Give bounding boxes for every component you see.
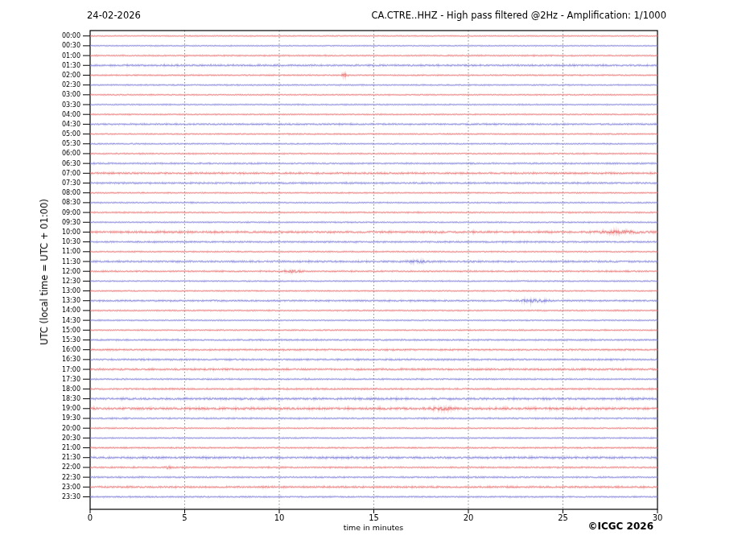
x-axis-label: time in minutes <box>344 523 404 532</box>
row-time-label: 00:30 <box>62 42 80 49</box>
x-tick-label: 20 <box>464 513 474 522</box>
row-time-label: 20:00 <box>62 425 80 432</box>
row-time-label: 06:00 <box>62 150 80 157</box>
row-time-label: 23:30 <box>62 493 80 500</box>
row-time-label: 19:00 <box>62 405 80 412</box>
row-time-label: 16:30 <box>62 356 80 363</box>
row-time-label: 05:00 <box>62 130 80 138</box>
row-time-label: 06:30 <box>62 160 80 167</box>
row-time-label: 23:00 <box>62 484 80 491</box>
row-time-label: 19:30 <box>62 414 80 422</box>
row-time-label: 15:30 <box>62 336 80 344</box>
row-time-label: 21:00 <box>62 444 80 451</box>
row-time-label: 04:30 <box>62 121 80 128</box>
row-time-label: 03:00 <box>62 91 80 98</box>
x-tick-label: 30 <box>653 513 663 522</box>
row-time-label: 08:30 <box>62 199 80 206</box>
row-time-label: 10:00 <box>62 229 80 236</box>
row-time-label: 01:30 <box>62 62 80 69</box>
row-time-label: 12:30 <box>62 278 80 285</box>
x-tick-label: 10 <box>274 513 285 522</box>
x-tick-label: 0 <box>88 513 93 522</box>
helicorder-page: 24-02-2026 CA.CTRE..HHZ - High pass filt… <box>0 0 746 560</box>
row-time-label: 02:00 <box>62 72 80 79</box>
row-time-label: 17:30 <box>62 376 80 383</box>
row-time-label: 22:00 <box>62 463 80 471</box>
row-time-label: 16:00 <box>62 346 80 353</box>
row-time-label: 00:00 <box>62 32 80 39</box>
x-tick-label: 25 <box>558 513 568 522</box>
row-time-label: 04:00 <box>62 111 80 118</box>
row-time-label: 15:00 <box>62 327 80 334</box>
row-time-label: 11:00 <box>62 248 80 255</box>
x-tick-label: 5 <box>182 513 187 522</box>
row-time-label: 08:00 <box>62 189 80 196</box>
row-time-label: 21:30 <box>62 454 80 461</box>
row-time-label: 05:30 <box>62 140 80 147</box>
row-time-label: 18:00 <box>62 385 80 393</box>
row-time-label: 03:30 <box>62 101 80 109</box>
plot-title: CA.CTRE..HHZ - High pass filtered @2Hz -… <box>371 10 666 21</box>
row-time-label: 01:00 <box>62 52 80 60</box>
x-tick-label: 15 <box>369 513 379 522</box>
row-time-label: 18:30 <box>62 395 80 402</box>
helicorder-plot-canvas <box>0 0 746 560</box>
y-axis-label: UTC (local time = UTC + 01:00) <box>39 199 50 345</box>
row-time-label: 13:00 <box>62 287 80 294</box>
row-time-label: 07:30 <box>62 179 80 187</box>
row-time-label: 20:30 <box>62 434 80 442</box>
row-time-label: 10:30 <box>62 238 80 245</box>
row-time-label: 11:30 <box>62 258 80 266</box>
row-time-label: 12:00 <box>62 268 80 275</box>
row-time-label: 17:00 <box>62 366 80 373</box>
row-time-label: 22:30 <box>62 474 80 481</box>
row-time-label: 13:30 <box>62 297 80 304</box>
row-time-label: 02:30 <box>62 81 80 89</box>
row-time-label: 14:00 <box>62 307 80 314</box>
row-time-label: 09:30 <box>62 219 80 226</box>
row-time-label: 07:00 <box>62 170 80 177</box>
copyright-label: ©ICGC 2026 <box>587 521 653 532</box>
row-time-label: 09:00 <box>62 209 80 216</box>
date-label: 24-02-2026 <box>87 10 141 21</box>
row-time-label: 14:30 <box>62 317 80 324</box>
